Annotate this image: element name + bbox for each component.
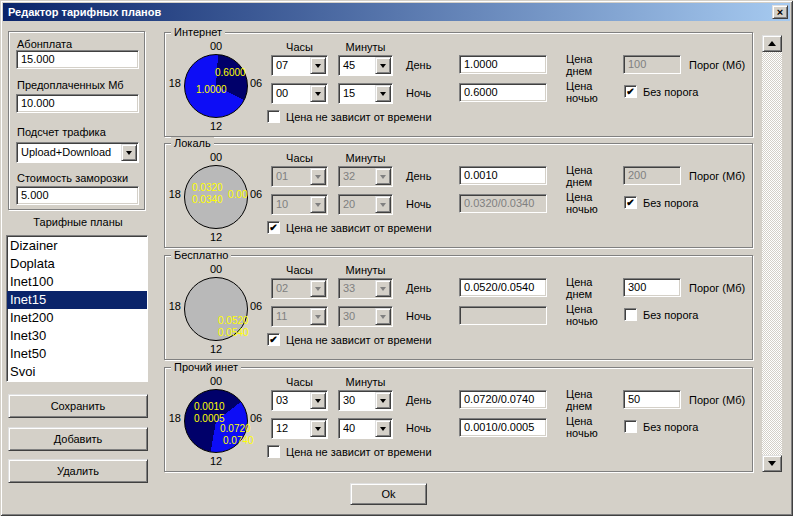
chevron-down-icon[interactable] [375, 85, 391, 102]
hours-column-label: Часы [271, 152, 328, 164]
list-item[interactable]: Inet30 [7, 327, 147, 345]
checkbox-box[interactable]: ✔ [267, 110, 280, 123]
vertical-scrollbar[interactable] [762, 35, 782, 472]
chevron-down-icon[interactable] [310, 392, 326, 409]
traffic-count-value: Upload+Download [21, 146, 111, 158]
no-threshold-checkbox[interactable]: ✔ Без порога [624, 196, 698, 209]
list-item[interactable]: Inet15 [7, 291, 147, 309]
day-price-input[interactable]: 0.0520/0.0540 [459, 278, 547, 297]
combo-value: 33 [343, 282, 355, 294]
day-night-pie-chart: 0.0320 0.0340 0.00 [184, 165, 248, 229]
day-start-hour-select[interactable]: 01 [271, 166, 328, 187]
chevron-down-icon[interactable] [375, 308, 391, 325]
chevron-down-icon[interactable] [310, 308, 326, 325]
chevron-down-icon[interactable] [375, 420, 391, 437]
checkbox-box[interactable]: ✔ [624, 85, 637, 98]
ok-button[interactable]: Ok [350, 483, 427, 505]
list-item[interactable]: Inet50 [7, 345, 147, 363]
day-start-hour-select[interactable]: 03 [271, 390, 328, 411]
threshold-input[interactable]: 50 [623, 390, 681, 409]
night-start-minute-select[interactable]: 30 [338, 306, 393, 327]
chevron-down-icon[interactable] [310, 57, 326, 74]
list-item[interactable]: Inet100 [7, 273, 147, 291]
chevron-down-icon[interactable] [375, 196, 391, 213]
night-start-minute-select[interactable]: 20 [338, 194, 393, 215]
close-button[interactable]: × [772, 5, 788, 19]
check-icon: ✔ [269, 335, 277, 345]
chevron-down-icon[interactable] [375, 57, 391, 74]
no-threshold-checkbox[interactable]: ✔ Без порога [624, 308, 698, 321]
time-independent-checkbox[interactable]: ✔ Цена не зависит от времени [267, 110, 432, 123]
save-button[interactable]: Сохранить [8, 394, 148, 418]
check-icon: ✔ [269, 223, 277, 233]
chevron-down-icon[interactable] [310, 280, 326, 297]
day-price-input[interactable]: 1.0000 [459, 55, 547, 74]
night-price-input[interactable]: 0.6000 [459, 83, 547, 102]
chevron-down-icon[interactable] [375, 392, 391, 409]
list-item[interactable]: Doplata [7, 255, 147, 273]
chevron-down-icon[interactable] [310, 420, 326, 437]
price-day-label: Цена днем [566, 388, 608, 412]
time-independent-checkbox[interactable]: ✔ Цена не зависит от времени [267, 333, 432, 346]
add-button[interactable]: Добавить [8, 427, 148, 451]
checkbox-box[interactable]: ✔ [624, 196, 637, 209]
list-item[interactable]: Svoi [7, 363, 147, 381]
subscription-fee-input[interactable]: 15.000 [16, 50, 139, 69]
combo-value: 12 [276, 422, 288, 434]
chevron-down-icon[interactable] [375, 168, 391, 185]
pie-price-label: 0.00 [228, 189, 247, 200]
night-start-hour-select[interactable]: 12 [271, 418, 328, 439]
chevron-down-icon[interactable] [121, 144, 137, 161]
scroll-down-button[interactable] [762, 455, 782, 472]
freeze-cost-input[interactable]: 5.000 [16, 186, 139, 205]
list-item[interactable]: Inet200 [7, 309, 147, 327]
night-start-minute-select[interactable]: 15 [338, 83, 393, 104]
checkbox-box[interactable]: ✔ [267, 445, 280, 458]
night-start-hour-select[interactable]: 00 [271, 83, 328, 104]
chevron-down-icon[interactable] [375, 280, 391, 297]
day-start-hour-select[interactable]: 07 [271, 55, 328, 76]
chevron-down-icon[interactable] [310, 196, 326, 213]
chevron-down-icon[interactable] [310, 168, 326, 185]
day-start-minute-select[interactable]: 30 [338, 390, 393, 411]
checkbox-box[interactable]: ✔ [624, 308, 637, 321]
scrollbar-track[interactable] [762, 52, 782, 455]
night-price-input[interactable]: 0.0010/0.0005 [459, 418, 547, 437]
group-title: Интернет [171, 26, 225, 38]
title-bar[interactable]: Редактор тарифных планов × [3, 3, 790, 21]
threshold-input[interactable]: 200 [623, 166, 681, 185]
price-day-label: Цена днем [566, 276, 608, 300]
pie-price-label: 0.6000 [215, 67, 246, 78]
clock-label-12: 12 [184, 231, 248, 243]
checkbox-box[interactable]: ✔ [624, 420, 637, 433]
night-start-hour-select[interactable]: 10 [271, 194, 328, 215]
night-start-minute-select[interactable]: 40 [338, 418, 393, 439]
no-threshold-checkbox[interactable]: ✔ Без порога [624, 420, 698, 433]
night-price-input[interactable] [459, 306, 547, 325]
night-price-input[interactable]: 0.0320/0.0340 [459, 194, 547, 213]
day-start-minute-select[interactable]: 32 [338, 166, 393, 187]
threshold-input[interactable]: 100 [623, 55, 681, 74]
chevron-down-icon[interactable] [310, 85, 326, 102]
checkbox-label: Цена не зависит от времени [286, 334, 432, 346]
checkbox-box[interactable]: ✔ [267, 333, 280, 346]
threshold-input[interactable]: 300 [623, 278, 681, 297]
checkbox-box[interactable]: ✔ [267, 221, 280, 234]
time-independent-checkbox[interactable]: ✔ Цена не зависит от времени [267, 445, 432, 458]
traffic-count-select[interactable]: Upload+Download [16, 142, 139, 163]
day-price-input[interactable]: 0.0010 [459, 166, 547, 185]
tariff-plans-listbox[interactable]: Dizainer Doplata Inet100 Inet15 Inet200 … [6, 235, 148, 382]
list-item[interactable]: Dizainer [7, 237, 147, 255]
no-threshold-checkbox[interactable]: ✔ Без порога [624, 85, 698, 98]
day-price-input[interactable]: 0.0720/0.0740 [459, 390, 547, 409]
night-start-hour-select[interactable]: 11 [271, 306, 328, 327]
group-title: Бесплатно [171, 249, 231, 261]
scroll-up-button[interactable] [762, 35, 782, 52]
time-independent-checkbox[interactable]: ✔ Цена не зависит от времени [267, 221, 432, 234]
delete-button[interactable]: Удалить [8, 459, 148, 483]
hours-column-label: Часы [271, 376, 328, 388]
day-start-hour-select[interactable]: 02 [271, 278, 328, 299]
prepaid-mb-input[interactable]: 10.000 [16, 94, 139, 113]
day-start-minute-select[interactable]: 45 [338, 55, 393, 76]
day-start-minute-select[interactable]: 33 [338, 278, 393, 299]
